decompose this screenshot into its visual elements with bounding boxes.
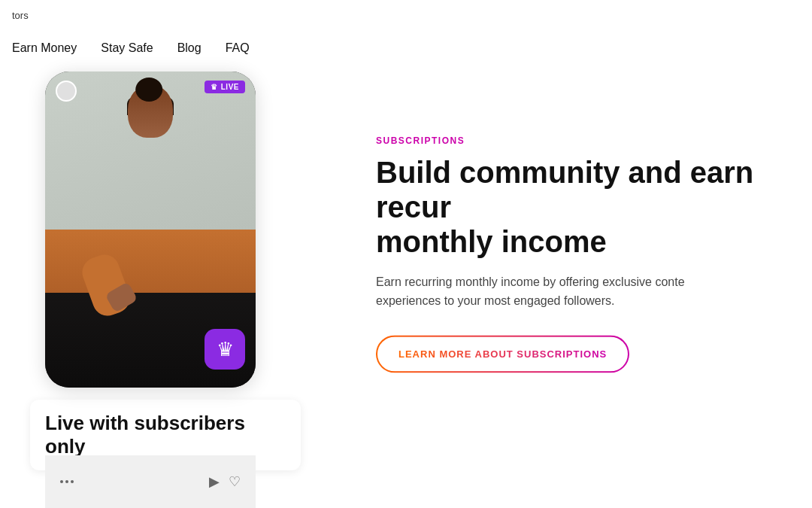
top-bar: tors xyxy=(0,0,812,30)
crown-icon: ♛ xyxy=(217,338,234,361)
live-badge: ♛ LIVE xyxy=(205,81,245,93)
crown-small-icon: ♛ xyxy=(211,83,218,91)
phone-section: ♛ LIVE ♛ Live with subscribers only xyxy=(45,71,286,470)
phone-mockup: ♛ LIVE ♛ xyxy=(45,71,256,388)
main-heading: Build community and earn recur monthly i… xyxy=(376,155,767,259)
hair-bun xyxy=(135,78,162,102)
heart-icon: ♡ xyxy=(229,473,241,490)
live-badge-text: LIVE xyxy=(221,83,239,91)
send-icon: ▶ xyxy=(209,473,220,490)
section-label: SUBSCRIPTIONS xyxy=(376,135,789,146)
phone-bottom-snippet: ▶ ♡ xyxy=(45,455,256,508)
bottom-dots xyxy=(60,480,74,483)
crown-icon-container: ♛ xyxy=(205,329,245,370)
heading-line-1: Build community and earn recur xyxy=(376,156,753,224)
cta-button-label: LEARN MORE ABOUT SUBSCRIPTIONS xyxy=(398,348,607,360)
nav-menu: Earn Money Stay Safe Blog FAQ xyxy=(0,41,262,55)
dot-3 xyxy=(71,480,74,483)
content-section: SUBSCRIPTIONS Build community and earn r… xyxy=(376,135,789,373)
jacket-area xyxy=(45,230,256,293)
caption-text: Live with subscribers only xyxy=(45,412,245,458)
top-bar-title: tors xyxy=(12,10,29,21)
dot-1 xyxy=(60,480,63,483)
nav-item-stay-safe[interactable]: Stay Safe xyxy=(101,41,153,55)
profile-avatar xyxy=(56,81,77,102)
bottom-action-icons: ▶ ♡ xyxy=(209,473,241,490)
description-text: Earn recurring monthly income by offerin… xyxy=(376,272,737,311)
nav-item-earn-money[interactable]: Earn Money xyxy=(12,41,77,55)
nav-item-faq[interactable]: FAQ xyxy=(226,41,250,55)
dot-2 xyxy=(65,480,68,483)
nav-item-blog[interactable]: Blog xyxy=(177,41,201,55)
heading-line-2: monthly income xyxy=(376,225,607,258)
learn-more-button[interactable]: LEARN MORE ABOUT SUBSCRIPTIONS xyxy=(376,335,629,373)
